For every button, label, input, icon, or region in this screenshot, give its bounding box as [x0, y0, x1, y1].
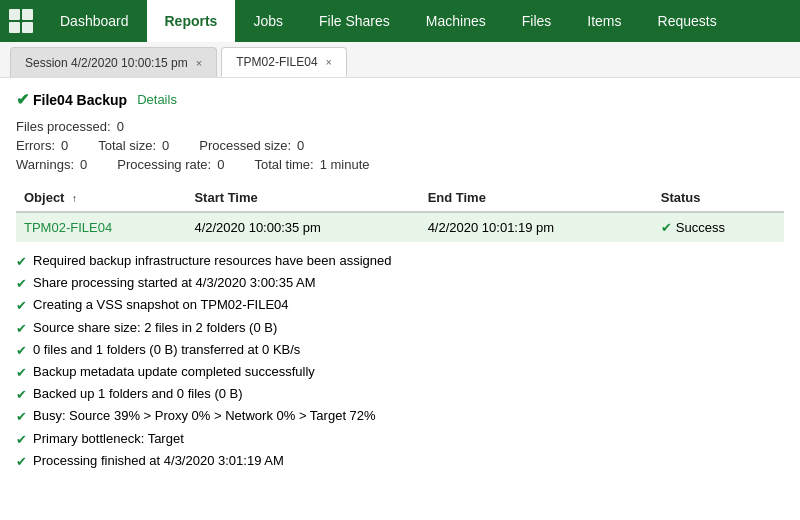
main-content: ✔ File04 Backup Details Files processed:… [0, 78, 800, 486]
log-text: Source share size: 2 files in 2 folders … [33, 319, 277, 337]
svg-rect-3 [22, 22, 33, 33]
status-check-icon: ✔ [16, 90, 29, 109]
files-processed-label: Files processed: [16, 119, 111, 134]
nav-item-machines[interactable]: Machines [408, 0, 504, 42]
tabs-bar: Session 4/2/2020 10:00:15 pm×TPM02-FILE0… [0, 42, 800, 78]
log-text: Backup metadata update completed success… [33, 363, 315, 381]
errors-stat: Errors: 0 [16, 138, 68, 153]
log-text: 0 files and 1 folders (0 B) transferred … [33, 341, 300, 359]
log-item: ✔Creating a VSS snapshot on TPM02-FILE04 [16, 296, 784, 315]
log-check-icon: ✔ [16, 320, 27, 338]
start-time-cell: 4/2/2020 10:00:35 pm [186, 212, 419, 242]
tab-1[interactable]: TPM02-FILE04× [221, 47, 347, 77]
status-check-icon: ✔ [661, 220, 672, 235]
files-processed-row: Files processed: 0 [16, 119, 784, 134]
stats-row-1: Errors: 0 Total size: 0 Processed size: … [16, 138, 784, 153]
nav-item-files[interactable]: Files [504, 0, 570, 42]
log-check-icon: ✔ [16, 275, 27, 293]
log-check-icon: ✔ [16, 386, 27, 404]
total-size-stat: Total size: 0 [98, 138, 169, 153]
log-check-icon: ✔ [16, 364, 27, 382]
processed-size-label: Processed size: [199, 138, 291, 153]
log-text: Primary bottleneck: Target [33, 430, 184, 448]
log-text: Processing finished at 4/3/2020 3:01:19 … [33, 452, 284, 470]
tab-close-1[interactable]: × [326, 56, 332, 68]
total-size-value: 0 [162, 138, 169, 153]
svg-rect-2 [9, 22, 20, 33]
log-text: Busy: Source 39% > Proxy 0% > Network 0%… [33, 407, 376, 425]
total-time-label: Total time: [254, 157, 313, 172]
object-link[interactable]: TPM02-FILE04 [24, 220, 112, 235]
log-text: Required backup infrastructure resources… [33, 252, 391, 270]
tab-label-0: Session 4/2/2020 10:00:15 pm [25, 56, 188, 70]
log-text: Creating a VSS snapshot on TPM02-FILE04 [33, 296, 289, 314]
top-nav: DashboardReportsJobsFile SharesMachinesF… [0, 0, 800, 42]
nav-item-items[interactable]: Items [569, 0, 639, 42]
log-item: ✔Source share size: 2 files in 2 folders… [16, 319, 784, 338]
errors-value: 0 [61, 138, 68, 153]
log-item: ✔Backup metadata update completed succes… [16, 363, 784, 382]
processed-size-stat: Processed size: 0 [199, 138, 304, 153]
col-object[interactable]: Object ↑ [16, 184, 186, 212]
total-time-stat: Total time: 1 minute [254, 157, 369, 172]
log-check-icon: ✔ [16, 297, 27, 315]
nav-item-requests[interactable]: Requests [640, 0, 735, 42]
log-item: ✔Required backup infrastructure resource… [16, 252, 784, 271]
sort-arrow-icon: ↑ [72, 193, 77, 204]
files-processed-value: 0 [117, 119, 124, 134]
log-item: ✔Processing finished at 4/3/2020 3:01:19… [16, 452, 784, 471]
data-table: Object ↑ Start Time End Time Status TPM0… [16, 184, 784, 242]
log-item: ✔Busy: Source 39% > Proxy 0% > Network 0… [16, 407, 784, 426]
log-check-icon: ✔ [16, 453, 27, 471]
total-time-value: 1 minute [320, 157, 370, 172]
log-item: ✔Backed up 1 folders and 0 files (0 B) [16, 385, 784, 404]
table-header-row: Object ↑ Start Time End Time Status [16, 184, 784, 212]
log-text: Backed up 1 folders and 0 files (0 B) [33, 385, 243, 403]
log-item: ✔0 files and 1 folders (0 B) transferred… [16, 341, 784, 360]
status-label: Success [676, 220, 725, 235]
log-check-icon: ✔ [16, 342, 27, 360]
log-check-icon: ✔ [16, 253, 27, 271]
nav-item-file-shares[interactable]: File Shares [301, 0, 408, 42]
nav-item-jobs[interactable]: Jobs [235, 0, 301, 42]
log-item: ✔Primary bottleneck: Target [16, 430, 784, 449]
total-size-label: Total size: [98, 138, 156, 153]
table-row: TPM02-FILE044/2/2020 10:00:35 pm4/2/2020… [16, 212, 784, 242]
log-check-icon: ✔ [16, 431, 27, 449]
svg-rect-0 [9, 9, 20, 20]
status-cell: ✔Success [653, 212, 784, 242]
col-start-time: Start Time [186, 184, 419, 212]
col-status: Status [653, 184, 784, 212]
backup-header: ✔ File04 Backup Details [16, 90, 784, 109]
processing-rate-stat: Processing rate: 0 [117, 157, 224, 172]
tab-label-1: TPM02-FILE04 [236, 55, 317, 69]
tab-close-0[interactable]: × [196, 57, 202, 69]
warnings-stat: Warnings: 0 [16, 157, 87, 172]
processing-rate-value: 0 [217, 157, 224, 172]
col-end-time: End Time [420, 184, 653, 212]
log-item: ✔Share processing started at 4/3/2020 3:… [16, 274, 784, 293]
errors-label: Errors: [16, 138, 55, 153]
svg-rect-1 [22, 9, 33, 20]
col-object-label: Object [24, 190, 64, 205]
nav-item-reports[interactable]: Reports [147, 0, 236, 42]
tab-0[interactable]: Session 4/2/2020 10:00:15 pm× [10, 47, 217, 77]
processed-size-value: 0 [297, 138, 304, 153]
processing-rate-label: Processing rate: [117, 157, 211, 172]
app-logo [0, 0, 42, 42]
nav-item-dashboard[interactable]: Dashboard [42, 0, 147, 42]
log-list: ✔Required backup infrastructure resource… [16, 252, 784, 471]
log-text: Share processing started at 4/3/2020 3:0… [33, 274, 316, 292]
end-time-cell: 4/2/2020 10:01:19 pm [420, 212, 653, 242]
stats-row-2: Warnings: 0 Processing rate: 0 Total tim… [16, 157, 784, 172]
stats-section: Files processed: 0 Errors: 0 Total size:… [16, 119, 784, 172]
log-check-icon: ✔ [16, 408, 27, 426]
warnings-label: Warnings: [16, 157, 74, 172]
details-link[interactable]: Details [137, 92, 177, 107]
backup-title: File04 Backup [33, 92, 127, 108]
warnings-value: 0 [80, 157, 87, 172]
